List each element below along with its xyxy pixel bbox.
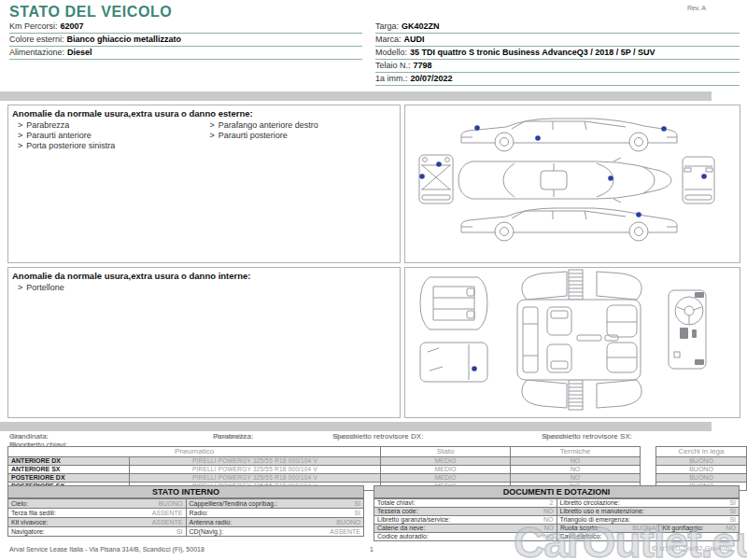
interior-car-diagram <box>405 268 740 417</box>
damage-marker <box>419 174 425 179</box>
cabin-seats-view <box>517 270 641 410</box>
field-label: Km Percorsi: <box>9 21 58 31</box>
interior-anomalies-panel: Anomalie da normale usura,extra usura o … <box>7 267 401 418</box>
field-value: 7798 <box>414 61 432 70</box>
field-label: Colore esterni: <box>9 35 64 44</box>
anomaly-item: >Porta posteriore sinistra <box>12 141 204 151</box>
field-km-percorsi: Km Percorsi:62007 <box>9 21 362 34</box>
interior-anomalies-title: Anomalie da normale usura,extra usura o … <box>8 268 400 283</box>
col-header-pneumatico: Pneumatico <box>8 447 380 456</box>
anomaly-label: Parafango anteriore destro <box>218 120 318 131</box>
tires-table: Pneumatico Stato Termiche ANTERIORE DX P… <box>7 446 641 491</box>
car-side-view-bottom <box>461 208 677 241</box>
damage-marker <box>535 135 541 141</box>
table-row: Catene da neve:NO Ruota scorta:BUONA Kit… <box>374 524 739 532</box>
bullet-glyph: > <box>18 131 22 141</box>
table-row: Cielo:BUONO Cappelliera/Tendina copribag… <box>8 498 363 508</box>
field-colore-esterni: Colore esterni:Bianco ghiaccio metallizz… <box>9 34 362 47</box>
table-row: Totale chiavi:2 Libretto circolazione:SI <box>374 498 739 507</box>
damage-marker <box>661 126 667 132</box>
interior-diagram-panel <box>404 267 740 418</box>
table-row: Codice autoradio:NO Cavo elettrico: <box>374 532 739 540</box>
tire-row: ANTERIORE SX PIRELLI POWERGY 325/55 R18 … <box>8 465 640 473</box>
anomaly-label: Porta posteriore sinistra <box>26 141 115 151</box>
bullet-glyph: > <box>18 120 22 131</box>
field-value: 20/07/2022 <box>411 74 453 83</box>
vehicle-header: Km Percorsi:62007 Colore esterni:Bianco … <box>9 21 740 86</box>
field-label: Alimentazione: <box>9 48 64 57</box>
field-label: Telaio N.: <box>375 61 411 70</box>
field-value: Diesel <box>67 48 92 57</box>
anomaly-item: >Parafango anteriore destro <box>204 120 397 131</box>
table-row: Tessera code:NO Libretto uso e manutenzi… <box>374 507 739 515</box>
damage-marker <box>436 161 442 167</box>
damage-marker <box>636 212 641 217</box>
field-value: 62007 <box>61 21 84 31</box>
anomaly-item: >Portellone <box>12 283 204 293</box>
anomaly-label: Paraurti anteriore <box>26 131 92 141</box>
car-rear-view <box>683 157 714 203</box>
documenti-table: DOCUMENTI E DOTAZIONI Totale chiavi:2 Li… <box>374 485 740 541</box>
exterior-car-diagram <box>405 105 740 262</box>
table-row: Libretto garanzia/service:NO Triangolo d… <box>374 515 739 524</box>
page-number: 1 <box>370 546 374 553</box>
damage-marker <box>701 174 707 179</box>
car-plan-view <box>458 158 671 203</box>
anomaly-item: >Paraurti posteriore <box>204 131 397 141</box>
damage-marker <box>472 366 477 371</box>
anomaly-label: Paraurti posteriore <box>218 131 288 141</box>
table-row: Navigatore:SI CD(Navig.):ASSENTE <box>8 526 363 536</box>
field-label: Marca: <box>375 35 402 44</box>
anomaly-item: >Parabrezza <box>12 120 204 131</box>
cerchi-cell: BUONO <box>656 473 746 482</box>
exterior-anomalies-title: Anomalie da normale usura,extra usura o … <box>8 105 400 120</box>
tire-row: ANTERIORE DX PIRELLI POWERGY 325/55 R18 … <box>8 456 640 465</box>
separator-band <box>0 91 712 101</box>
field-value: GK402ZN <box>402 21 440 31</box>
field-label: Modello: <box>375 48 407 57</box>
vehicle-header-left: Km Percorsi:62007 Colore esterni:Bianco … <box>9 21 362 86</box>
revision-label: Rev. A <box>687 5 706 11</box>
anomaly-label: Parabrezza <box>26 120 69 131</box>
field-value: AUDI <box>404 35 425 44</box>
bullet-glyph: > <box>210 131 215 141</box>
cerchi-cell: BUONO <box>656 456 746 465</box>
car-front-view <box>419 155 453 203</box>
stato-interno-title: STATO INTERNO <box>8 486 363 498</box>
documenti-title: DOCUMENTI E DOTAZIONI <box>374 486 739 498</box>
field-alimentazione: Alimentazione:Diesel <box>9 47 362 60</box>
field-label: Targa: <box>375 21 399 31</box>
footer-company: Arval Service Lease Italia - Via Pisana … <box>9 546 204 553</box>
bullet-glyph: > <box>18 283 22 293</box>
car-side-view-top <box>461 119 677 151</box>
field-telaio: Telaio N.:7798 <box>375 60 740 73</box>
tire-row: POSTERIORE DX PIRELLI POWERGY 325/55 R18… <box>8 473 640 482</box>
damage-marker <box>608 175 613 181</box>
dashboard-view <box>669 290 706 369</box>
exterior-anomalies-panel: Anomalie da normale usura,extra usura o … <box>7 105 401 263</box>
field-modello: Modello:35 TDI quattro S tronic Business… <box>375 47 740 60</box>
anomaly-item: >Paraurti anteriore <box>12 131 204 141</box>
field-targa: Targa:GK402ZN <box>375 21 740 34</box>
cerchi-cell: BUONO <box>656 465 746 473</box>
exterior-diagram-panel <box>404 105 740 263</box>
page-title: STATO DEL VEICOLO <box>9 4 172 21</box>
col-header-stato: Stato <box>380 447 510 456</box>
cerchi-table: Cerchi in lega BUONO BUONO BUONO BUONO <box>655 446 747 491</box>
bullet-glyph: > <box>210 120 215 131</box>
trunk-view <box>420 277 487 329</box>
field-prima-imm: 1a imm.:20/07/2022 <box>375 73 740 86</box>
vehicle-header-right: Targa:GK402ZN Marca:AUDI Modello:35 TDI … <box>375 21 740 86</box>
damage-marker <box>474 125 480 131</box>
bullet-glyph: > <box>18 141 22 151</box>
stato-interno-table: STATO INTERNO Cielo:BUONO Cappelliera/Te… <box>7 485 364 537</box>
table-row: Terza fila sedili:ASSENTE Radio:SI <box>8 508 363 517</box>
field-label: 1a imm.: <box>375 74 408 83</box>
document-id: ID tz7RrD-2kw9l2-Gkw40zu <box>652 545 732 552</box>
table-row: Kit vivavoce:ASSENTE Antenna radio:BUONO <box>8 517 363 526</box>
anomaly-label: Portellone <box>26 283 64 293</box>
col-header-termiche: Termiche <box>510 447 640 456</box>
field-marca: Marca:AUDI <box>375 34 740 47</box>
field-value: 35 TDI quattro S tronic Business Advance… <box>410 48 655 57</box>
field-value: Bianco ghiaccio metallizzato <box>67 35 182 44</box>
